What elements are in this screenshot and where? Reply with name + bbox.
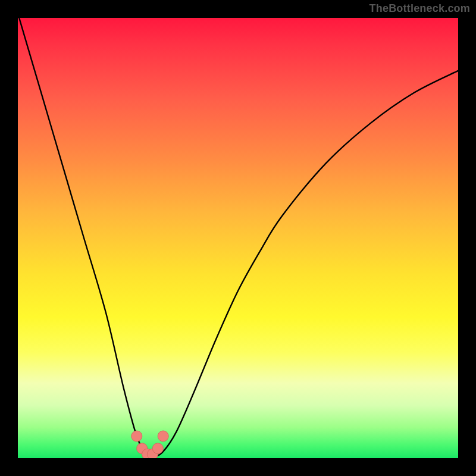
valley-marker: [152, 443, 163, 454]
watermark-text: TheBottleneck.com: [369, 2, 470, 15]
bottleneck-curve-path: [18, 18, 458, 456]
plot-area: [18, 18, 458, 458]
bottleneck-curve-svg: [18, 18, 458, 458]
valley-marker: [131, 431, 142, 441]
valley-marker: [158, 431, 168, 441]
valley-markers-group: [131, 431, 168, 458]
chart-frame: TheBottleneck.com: [0, 0, 476, 476]
